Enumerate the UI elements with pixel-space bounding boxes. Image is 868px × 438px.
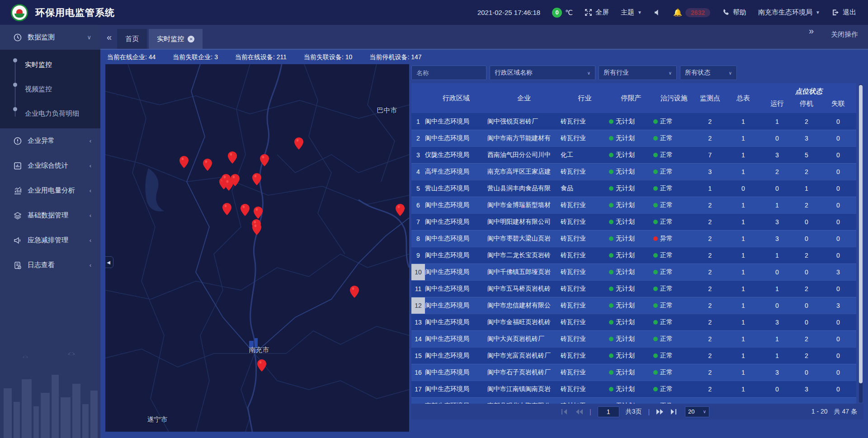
table-row[interactable]: 8阆中生态环境局阆中市枣碧大梁山页岩砖瓦行业无计划异常21300 [411, 230, 856, 247]
table-row[interactable]: 6阆中生态环境局阆中市金博瑞新型墙材砖瓦行业无计划正常21120 [411, 197, 856, 213]
map-pin[interactable] [257, 359, 266, 372]
prev-page-button[interactable] [575, 409, 583, 415]
sidebar-item-log-view[interactable]: 日志查看 ‹ [0, 253, 100, 278]
row-number: 4 [411, 164, 425, 180]
tab-home[interactable]: 首页 [117, 29, 147, 49]
logout-icon [832, 9, 840, 16]
theme-dropdown[interactable]: 主题▼ [621, 8, 642, 17]
name-filter-input[interactable] [411, 66, 486, 80]
phone-icon [722, 9, 730, 16]
cell-industry: 砖瓦行业 [561, 381, 609, 397]
cell-total-meter: 1 [725, 130, 761, 146]
sidebar-item-power-analysis[interactable]: 企业用电量分析 ‹ [0, 178, 100, 203]
map-pin[interactable] [350, 286, 359, 298]
cell-halt: 0 [793, 214, 820, 230]
cell-region: 仪陇生态环境局 [425, 147, 487, 163]
tab-realtime-monitor[interactable]: 实时监控 ✕ [149, 29, 203, 49]
table-row[interactable]: 17阆中生态环境局阆中市江南镇阆南页岩砖瓦行业无计划正常21030 [411, 381, 856, 397]
table-row[interactable]: 11阆中生态环境局阆中市五马桥页岩机砖砖瓦行业无计划正常21120 [411, 280, 856, 297]
status-dot-green [609, 170, 613, 174]
sidebar-item-power-load-detail[interactable]: 企业电力负荷明细 [0, 101, 100, 126]
table-row[interactable]: 12阆中生态环境局阆中市忠信建材有限公砖瓦行业无计划正常21003 [411, 297, 856, 314]
map-panel[interactable]: 巴中市南充市遂宁市 ◀ [105, 64, 409, 432]
industry-filter-select[interactable]: 所有行业 ∨ [599, 66, 677, 80]
cell-total-meter: 1 [725, 214, 761, 230]
table-row[interactable]: 7阆中生态环境局阆中明阳建材有限公司砖瓦行业无计划正常21300 [411, 213, 856, 230]
table-scrollbar[interactable] [859, 84, 863, 403]
cell-region: 阆中生态环境局 [425, 264, 487, 280]
status-dot-green [653, 287, 658, 291]
sidebar-item-base-data[interactable]: 基础数据管理 ‹ [0, 203, 100, 228]
table-row[interactable]: 9阆中生态环境局阆中市二龙长宝页岩砖砖瓦行业无计划正常21120 [411, 247, 856, 264]
last-page-button[interactable] [670, 409, 679, 415]
cell-total-meter: 1 [725, 247, 761, 264]
help-button[interactable]: 帮助 [722, 8, 746, 17]
map-pin[interactable] [228, 151, 237, 164]
table-row[interactable]: 16阆中生态环境局阆中市石子页岩机砖厂砖瓦行业无计划正常21300 [411, 364, 856, 381]
app-logo-icon [11, 4, 28, 21]
map-collapse-toggle[interactable]: ◀ [105, 256, 113, 268]
table-row[interactable]: 5营山生态环境局营山县润丰肉食品有限食品无计划正常10010 [411, 180, 856, 197]
map-pin[interactable] [254, 207, 263, 219]
cell-company: 阆中千佛镇五郎垭页岩 [487, 264, 561, 280]
sidebar-item-realtime-monitor[interactable]: 实时监控 [0, 52, 100, 77]
status-dot-green [609, 119, 613, 124]
notifications[interactable]: 🔔 2632 [673, 8, 710, 17]
tabs-scroll-right-button[interactable]: » [802, 26, 819, 42]
table-row[interactable]: 18南部生态环境局南部县砚华土陶有限公建材加工无计划正常60060 [411, 397, 856, 404]
map-pin[interactable] [222, 203, 231, 215]
row-number: 13 [411, 314, 425, 330]
sidebar-item-company-abnormal[interactable]: 企业异常 ‹ [0, 128, 100, 153]
page-size-select[interactable]: 20 ∨ [685, 406, 709, 417]
sidebar-item-data-monitor[interactable]: 数据监测 ∨ [0, 25, 100, 50]
cell-halt: 2 [793, 113, 820, 130]
cell-monitor-points: 2 [695, 364, 725, 381]
cell-facility: 正常 [653, 147, 695, 163]
status-dot-green [609, 186, 613, 191]
table-row[interactable]: 10阆中生态环境局阆中千佛镇五郎垭页岩砖瓦行业无计划正常21003 [411, 264, 856, 280]
cell-facility: 正常 [653, 130, 695, 146]
map-pin[interactable] [396, 204, 405, 216]
table-row[interactable]: 4高坪生态环境局南充市高坪区王家店建砖瓦行业无计划正常31220 [411, 163, 856, 180]
map-pin[interactable] [252, 173, 261, 185]
cell-company: 西南油气田分公司川中 [487, 147, 561, 163]
datetime: 2021-02-25 17:46:18 [477, 9, 540, 16]
table-row[interactable]: 1阆中生态环境局阆中强锐页岩砖厂砖瓦行业无计划正常21120 [411, 113, 856, 130]
cell-company: 阆中市金福旺页岩机砖 [487, 314, 561, 330]
region-filter-select[interactable]: 行政区域名称 ∨ [490, 66, 595, 80]
cell-company: 阆中市金博瑞新型墙材 [487, 197, 561, 213]
sidebar-item-video-monitor[interactable]: 视频监控 [0, 77, 100, 101]
map-pin[interactable] [231, 174, 240, 186]
map-pin[interactable] [179, 156, 189, 168]
tabs-scroll-left-button[interactable]: « [100, 33, 117, 49]
map-pin[interactable] [252, 223, 261, 235]
app-header: 环保用电监管系统 2021-02-25 17:46:18 0 ℃ 全屏 主题▼ … [0, 0, 868, 25]
row-number: 8 [411, 231, 425, 247]
sidebar-item-company-statistics[interactable]: 企业综合统计 ‹ [0, 153, 100, 178]
next-page-button[interactable] [656, 409, 664, 415]
close-operations-button[interactable]: 关闭操作 [831, 30, 858, 39]
page-number-input[interactable] [598, 406, 619, 417]
fullscreen-button[interactable]: 全屏 [585, 8, 609, 17]
table-row[interactable]: 13阆中生态环境局阆中市金福旺页岩机砖砖瓦行业无计划正常21300 [411, 314, 856, 330]
cell-total-meter: 1 [725, 314, 761, 330]
status-filter-select[interactable]: 所有状态 ∨ [680, 66, 737, 80]
first-page-button[interactable] [561, 409, 569, 415]
logout-button[interactable]: 退出 [832, 8, 856, 17]
mute-button[interactable] [654, 9, 661, 16]
table-row[interactable]: 2阆中生态环境局阆中市南方节能建材有砖瓦行业无计划正常21030 [411, 130, 856, 146]
map-pin[interactable] [241, 204, 250, 216]
map-pin[interactable] [260, 154, 269, 166]
cell-company: 阆中市江南镇阆南页岩 [487, 381, 561, 397]
sidebar-item-emergency-reduction[interactable]: 应急减排管理 ‹ [0, 228, 100, 253]
org-dropdown[interactable]: 南充市生态环境局▼ [758, 8, 820, 17]
table-row[interactable]: 15阆中生态环境局阆中市光富页岩机砖厂砖瓦行业无计划正常21120 [411, 347, 856, 364]
map-pin[interactable] [203, 159, 212, 171]
tab-close-icon[interactable]: ✕ [188, 36, 194, 42]
row-number: 14 [411, 331, 425, 347]
table-row[interactable]: 3仪陇生态环境局西南油气田分公司川中化工无计划正常71350 [411, 146, 856, 163]
map-pin[interactable] [294, 137, 303, 150]
table-row[interactable]: 14阆中生态环境局阆中大兴页岩机砖厂砖瓦行业无计划正常21120 [411, 330, 856, 347]
scrollbar-thumb[interactable] [859, 85, 863, 383]
stat-offline-companies: 当前失联企业: 3 [173, 53, 218, 61]
